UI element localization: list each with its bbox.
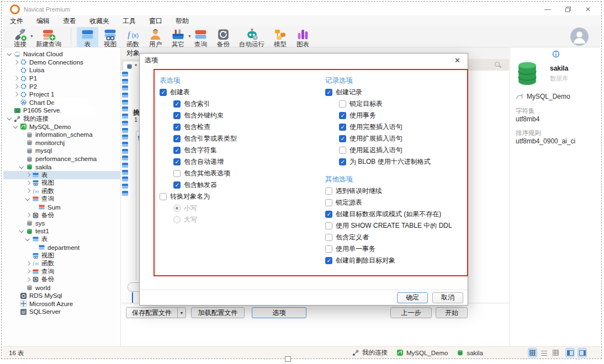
option-include-other-table-options[interactable]: 包含其他表选项 (160, 168, 309, 179)
sidebar-item-microsoft-azure[interactable]: Microsoft Azure (3, 299, 120, 308)
sidebar-item-test1-functions[interactable]: f(x)函数 (3, 259, 120, 267)
ok-button[interactable]: 确定 (397, 292, 428, 303)
sidebar-item-sakila-queries[interactable]: 查询 (3, 195, 120, 204)
checkbox-lock-target-tables[interactable] (339, 100, 346, 108)
previous-button[interactable]: 上一步 (390, 307, 432, 318)
status-sakila[interactable]: sakila (457, 349, 483, 356)
toolbar-backup-button[interactable]: 备份 (213, 27, 234, 47)
expander-icon[interactable] (25, 269, 31, 275)
sidebar-item-project-1[interactable]: Project 1 (3, 90, 120, 99)
expander-icon[interactable] (19, 164, 25, 170)
sidebar-item-rds-mysql[interactable]: RDS MySql (3, 292, 120, 300)
info-icon[interactable] (552, 50, 560, 58)
toggle-left-panel-button[interactable] (565, 348, 575, 357)
sidebar-item-luisa[interactable]: Luisa (3, 66, 120, 74)
toolbar-table-button[interactable]: 表 (77, 27, 98, 47)
checkbox-include-checks[interactable] (173, 124, 181, 131)
options-button[interactable]: 选项 (252, 307, 306, 318)
option-use-hex-for-blob[interactable]: 为 BLOB 使用十六进制格式 (325, 156, 474, 168)
checkbox-include-other-table-options[interactable] (173, 170, 181, 177)
expander-icon[interactable] (25, 180, 31, 186)
toolbar-automation-button[interactable]: 自动运行 (235, 27, 268, 47)
sidebar-item-test1-backups[interactable]: 备份 (3, 276, 120, 284)
cancel-button[interactable]: 取消 (432, 292, 463, 303)
dialog-close-icon[interactable]: ✕ (454, 56, 468, 65)
sidebar-item-chart-de[interactable]: Chart De (3, 99, 120, 107)
checkbox-use-hex-for-blob[interactable] (339, 158, 346, 165)
close-button[interactable]: ✕ (585, 6, 591, 13)
expander-icon[interactable] (13, 92, 19, 98)
menu-view[interactable]: 查看 (63, 17, 76, 26)
checkbox-create-target-database[interactable] (325, 211, 332, 218)
toolbar-model-button[interactable]: 模型 (269, 27, 291, 47)
toolbar-chart-button[interactable]: 图表 (292, 27, 314, 47)
expander-icon[interactable] (19, 228, 25, 234)
option-convert-object-names[interactable]: 转换对象名为 (160, 191, 309, 202)
option-create-tables[interactable]: 创建表 (160, 87, 309, 98)
sidebar-item-p2[interactable]: P2 (3, 82, 120, 90)
checkbox-include-charset[interactable] (173, 147, 181, 154)
wizard-checkbox-fragment[interactable] (132, 292, 133, 303)
option-include-indexes[interactable]: 包含索引 (160, 98, 309, 110)
sidebar-item-sakila-backups[interactable]: 备份 (3, 211, 120, 220)
toolbar-connect-button[interactable]: 连接▼ (9, 27, 31, 47)
sidebar-item-sqlserver[interactable]: SQLServer (3, 308, 120, 316)
menu-tools[interactable]: 工具 (123, 17, 136, 26)
option-create-records[interactable]: 创建记录 (325, 87, 474, 98)
expander-icon[interactable] (25, 276, 31, 282)
sidebar-item-sys[interactable]: sys (3, 219, 120, 227)
sidebar-item-test1-tables[interactable]: 表 (3, 235, 120, 244)
expander-icon[interactable] (13, 76, 19, 82)
detail-view-button[interactable] (551, 348, 560, 357)
expander-icon[interactable] (7, 116, 13, 122)
user-avatar[interactable] (570, 28, 589, 46)
expander-icon[interactable] (7, 51, 13, 57)
radio-uppercase[interactable]: 大写 (160, 214, 309, 226)
option-include-triggers[interactable]: 包含触发器 (160, 179, 309, 191)
sidebar-item-mysql[interactable]: mysql (3, 147, 120, 155)
sidebar-item-test1-views[interactable]: 视图 (3, 251, 120, 260)
checkbox-include-triggers[interactable] (173, 181, 181, 189)
checkbox-create-records[interactable] (325, 89, 332, 96)
toolbar-view-button[interactable]: 视图 (99, 27, 121, 47)
start-button[interactable]: 开始 (436, 307, 468, 318)
option-continue-on-error[interactable]: 遇到错误时继续 (325, 185, 474, 197)
menu-window[interactable]: 窗口 (149, 17, 162, 26)
restore-button[interactable] (565, 7, 571, 12)
load-profile-button[interactable]: 加载配置文件 (191, 307, 245, 318)
radio-lowercase[interactable]: 小写 (160, 202, 309, 214)
toggle-right-panel-button[interactable] (577, 348, 587, 357)
sidebar-item-demo-connections[interactable]: Demo Connections (3, 58, 120, 67)
option-include-auto-increment[interactable]: 包含自动递增 (160, 156, 309, 168)
option-use-extended-insert[interactable]: 使用扩展插入语句 (325, 133, 474, 144)
sidebar-item-sakila-views[interactable]: 视图 (3, 179, 120, 188)
sidebar-item-p1[interactable]: P1 (3, 74, 120, 83)
option-use-show-create-table-ddl[interactable]: 使用 SHOW CREATE TABLE 中的 DDL (325, 220, 474, 232)
checkbox-include-auto-increment[interactable] (173, 158, 181, 165)
status-mysql-demo[interactable]: MySQL_Demo (396, 349, 448, 356)
minimize-button[interactable]: — (544, 6, 551, 13)
expander-icon[interactable] (25, 236, 31, 242)
option-drop-target-before-create[interactable]: 创建前删除目标对象 (325, 255, 474, 266)
tab-objects[interactable]: 对象 (121, 49, 140, 58)
option-use-complete-insert[interactable]: 使用完整插入语句 (325, 121, 474, 133)
radio-button-lowercase[interactable] (173, 205, 181, 212)
checkbox-include-engine[interactable] (173, 135, 181, 142)
expander-icon[interactable] (13, 83, 19, 89)
sidebar-item-department[interactable]: department (3, 243, 120, 251)
expander-icon[interactable] (25, 172, 31, 178)
option-lock-target-tables[interactable]: 锁定目标表 (325, 98, 474, 110)
checkbox-use-extended-insert[interactable] (339, 135, 346, 142)
expander-icon[interactable] (25, 196, 31, 202)
sidebar-item-sakila-functions[interactable]: f(x)函数 (3, 187, 120, 195)
save-profile-dropdown[interactable]: ▼ (177, 307, 186, 318)
checkbox-include-indexes[interactable] (173, 100, 181, 108)
option-include-checks[interactable]: 包含检查 (160, 121, 309, 133)
sidebar-item-world[interactable]: world (3, 283, 120, 292)
checkbox-use-transaction[interactable] (339, 112, 346, 119)
option-use-single-transaction[interactable]: 使用单一事务 (325, 243, 474, 255)
sidebar-item-test1[interactable]: test1 (3, 227, 120, 235)
checkbox-use-delayed-insert[interactable] (339, 147, 346, 154)
toolbar-function-button[interactable]: f(x)函数 (122, 27, 144, 47)
toolbar-query-button[interactable]: 查询 (190, 27, 211, 47)
